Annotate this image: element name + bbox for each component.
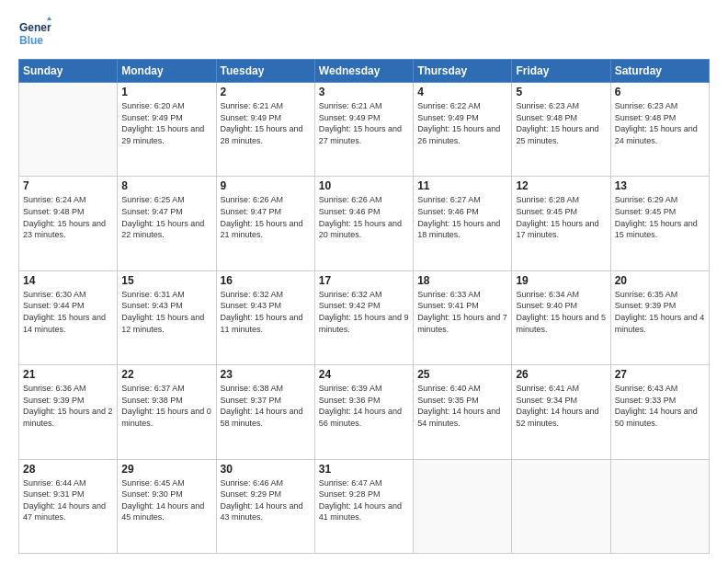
day-number: 20 [615,274,705,287]
day-number: 2 [221,86,311,98]
calendar-cell: 4Sunrise: 6:22 AMSunset: 9:49 PMDaylight… [414,83,512,177]
day-number: 24 [319,368,409,381]
calendar-cell: 7Sunrise: 6:24 AMSunset: 9:48 PMDaylight… [19,177,118,270]
day-number: 15 [121,274,211,287]
day-info: Sunrise: 6:30 AMSunset: 9:44 PMDaylight:… [23,289,113,335]
calendar-cell: 16Sunrise: 6:32 AMSunset: 9:43 PMDayligh… [216,270,314,364]
calendar-cell: 1Sunrise: 6:20 AMSunset: 9:49 PMDaylight… [118,83,216,177]
svg-text:General: General [19,21,51,34]
day-info: Sunrise: 6:35 AMSunset: 9:39 PMDaylight:… [615,289,705,335]
day-header-monday: Monday [118,60,216,83]
day-info: Sunrise: 6:36 AMSunset: 9:39 PMDaylight:… [23,383,113,429]
day-number: 22 [121,368,211,381]
calendar-cell: 11Sunrise: 6:27 AMSunset: 9:46 PMDayligh… [414,177,512,270]
day-number: 23 [221,368,311,381]
week-row-1: 7Sunrise: 6:24 AMSunset: 9:48 PMDaylight… [19,177,710,270]
day-header-thursday: Thursday [414,60,512,83]
day-number: 4 [417,86,507,98]
calendar-cell: 6Sunrise: 6:23 AMSunset: 9:48 PMDaylight… [610,83,709,177]
calendar-cell: 28Sunrise: 6:44 AMSunset: 9:31 PMDayligh… [19,459,118,553]
calendar-cell: 19Sunrise: 6:34 AMSunset: 9:40 PMDayligh… [512,270,610,364]
header: General Blue [18,17,710,50]
day-info: Sunrise: 6:21 AMSunset: 9:49 PMDaylight:… [319,100,409,146]
week-row-4: 28Sunrise: 6:44 AMSunset: 9:31 PMDayligh… [19,459,710,553]
day-info: Sunrise: 6:38 AMSunset: 9:37 PMDaylight:… [221,383,311,429]
day-info: Sunrise: 6:21 AMSunset: 9:49 PMDaylight:… [221,100,311,146]
day-info: Sunrise: 6:26 AMSunset: 9:46 PMDaylight:… [319,194,409,240]
page: General Blue SundayMondayTuesdayWednesda… [0,0,728,563]
calendar-cell: 12Sunrise: 6:28 AMSunset: 9:45 PMDayligh… [512,177,610,270]
calendar-cell: 22Sunrise: 6:37 AMSunset: 9:38 PMDayligh… [118,365,216,459]
day-number: 25 [417,368,507,381]
day-number: 13 [615,179,705,192]
day-info: Sunrise: 6:23 AMSunset: 9:48 PMDaylight:… [516,100,606,146]
day-number: 10 [319,179,409,192]
week-row-3: 21Sunrise: 6:36 AMSunset: 9:39 PMDayligh… [19,365,710,459]
day-info: Sunrise: 6:31 AMSunset: 9:43 PMDaylight:… [121,289,211,335]
calendar-cell: 8Sunrise: 6:25 AMSunset: 9:47 PMDaylight… [118,177,216,270]
day-info: Sunrise: 6:34 AMSunset: 9:40 PMDaylight:… [516,289,606,335]
day-number: 5 [516,86,606,98]
day-info: Sunrise: 6:28 AMSunset: 9:45 PMDaylight:… [516,194,606,240]
calendar-cell: 17Sunrise: 6:32 AMSunset: 9:42 PMDayligh… [314,270,413,364]
day-number: 29 [121,463,211,476]
calendar-cell [512,459,610,553]
day-header-wednesday: Wednesday [314,60,413,83]
calendar-cell: 23Sunrise: 6:38 AMSunset: 9:37 PMDayligh… [216,365,314,459]
day-number: 7 [23,179,113,192]
calendar-header-row: SundayMondayTuesdayWednesdayThursdayFrid… [19,60,710,83]
calendar-cell: 18Sunrise: 6:33 AMSunset: 9:41 PMDayligh… [414,270,512,364]
logo-svg: General Blue [18,17,51,50]
day-number: 16 [221,274,311,287]
calendar-cell: 26Sunrise: 6:41 AMSunset: 9:34 PMDayligh… [512,365,610,459]
day-info: Sunrise: 6:41 AMSunset: 9:34 PMDaylight:… [516,383,606,429]
day-number: 26 [516,368,606,381]
day-number: 11 [417,179,507,192]
day-header-saturday: Saturday [610,60,709,83]
day-number: 14 [23,274,113,287]
calendar-cell: 14Sunrise: 6:30 AMSunset: 9:44 PMDayligh… [19,270,118,364]
week-row-2: 14Sunrise: 6:30 AMSunset: 9:44 PMDayligh… [19,270,710,364]
calendar-cell: 21Sunrise: 6:36 AMSunset: 9:39 PMDayligh… [19,365,118,459]
day-number: 18 [417,274,507,287]
calendar-cell: 24Sunrise: 6:39 AMSunset: 9:36 PMDayligh… [314,365,413,459]
day-number: 1 [121,86,211,98]
day-header-friday: Friday [512,60,610,83]
logo: General Blue [18,17,51,50]
calendar-cell: 15Sunrise: 6:31 AMSunset: 9:43 PMDayligh… [118,270,216,364]
day-number: 9 [221,179,311,192]
calendar-table: SundayMondayTuesdayWednesdayThursdayFrid… [18,59,710,554]
day-number: 3 [319,86,409,98]
day-info: Sunrise: 6:43 AMSunset: 9:33 PMDaylight:… [615,383,705,429]
calendar-cell: 30Sunrise: 6:46 AMSunset: 9:29 PMDayligh… [216,459,314,553]
day-header-tuesday: Tuesday [216,60,314,83]
day-info: Sunrise: 6:37 AMSunset: 9:38 PMDaylight:… [121,383,211,429]
day-info: Sunrise: 6:44 AMSunset: 9:31 PMDaylight:… [23,477,113,523]
day-info: Sunrise: 6:20 AMSunset: 9:49 PMDaylight:… [121,100,211,146]
day-info: Sunrise: 6:46 AMSunset: 9:29 PMDaylight:… [221,477,311,523]
calendar-cell [414,459,512,553]
day-info: Sunrise: 6:32 AMSunset: 9:43 PMDaylight:… [221,289,311,335]
calendar-cell: 3Sunrise: 6:21 AMSunset: 9:49 PMDaylight… [314,83,413,177]
day-info: Sunrise: 6:45 AMSunset: 9:30 PMDaylight:… [121,477,211,523]
day-info: Sunrise: 6:47 AMSunset: 9:28 PMDaylight:… [319,477,409,523]
calendar-cell: 9Sunrise: 6:26 AMSunset: 9:47 PMDaylight… [216,177,314,270]
calendar-cell: 25Sunrise: 6:40 AMSunset: 9:35 PMDayligh… [414,365,512,459]
day-number: 28 [23,463,113,476]
day-info: Sunrise: 6:33 AMSunset: 9:41 PMDaylight:… [417,289,507,335]
calendar-cell: 29Sunrise: 6:45 AMSunset: 9:30 PMDayligh… [118,459,216,553]
calendar-cell: 31Sunrise: 6:47 AMSunset: 9:28 PMDayligh… [314,459,413,553]
day-header-sunday: Sunday [19,60,118,83]
calendar-cell: 20Sunrise: 6:35 AMSunset: 9:39 PMDayligh… [610,270,709,364]
day-number: 21 [23,368,113,381]
day-info: Sunrise: 6:24 AMSunset: 9:48 PMDaylight:… [23,194,113,240]
svg-text:Blue: Blue [19,34,43,47]
day-number: 30 [221,463,311,476]
day-number: 27 [615,368,705,381]
day-info: Sunrise: 6:32 AMSunset: 9:42 PMDaylight:… [319,289,409,335]
calendar-cell: 10Sunrise: 6:26 AMSunset: 9:46 PMDayligh… [314,177,413,270]
week-row-0: 1Sunrise: 6:20 AMSunset: 9:49 PMDaylight… [19,83,710,177]
calendar-cell: 2Sunrise: 6:21 AMSunset: 9:49 PMDaylight… [216,83,314,177]
day-number: 17 [319,274,409,287]
day-number: 31 [319,463,409,476]
